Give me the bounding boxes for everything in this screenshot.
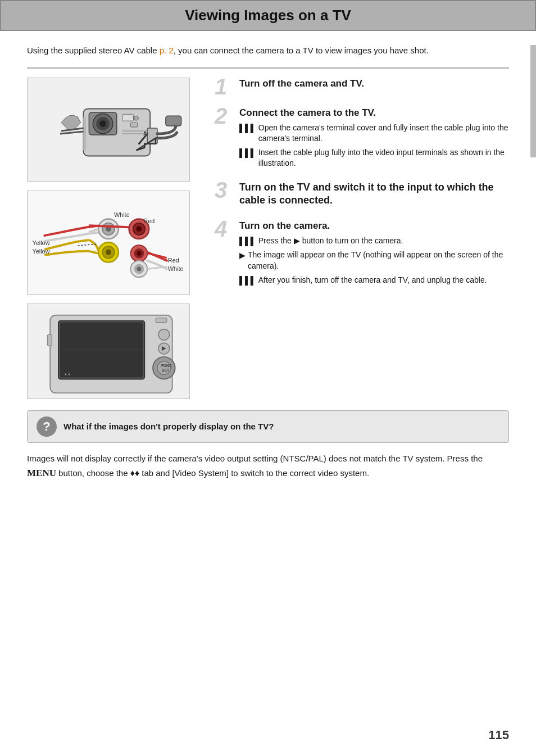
svg-point-15 — [134, 116, 139, 120]
svg-text:White: White — [114, 211, 130, 218]
svg-point-38 — [137, 251, 141, 255]
images-column: Yellow Yellow White Red Red White — [27, 78, 201, 399]
svg-rect-54 — [156, 318, 167, 322]
step-4-title: Turn on the camera. — [239, 220, 509, 232]
step-4: 4 Turn on the camera. ▌▌▌ Press the ▶ bu… — [215, 220, 509, 289]
step-2: 2 Connect the camera to the TV. ▌▌▌ Open… — [215, 107, 509, 172]
step-2-number: 2 — [215, 105, 235, 127]
svg-text:Yellow: Yellow — [32, 239, 49, 246]
info-box: ? What if the images don't properly disp… — [27, 410, 509, 443]
step-4-bullet-3: ▌▌▌ After you finish, turn off the camer… — [239, 275, 509, 287]
step-4-bullet-1: ▌▌▌ Press the ▶ button to turn on the ca… — [239, 236, 509, 247]
body-text-3: tab and [Video System] to switch to the … — [139, 468, 369, 478]
triple-bar-icon-4: ▌▌▌ — [239, 275, 256, 287]
camera-back-illustration: FUNC SET — [28, 304, 189, 399]
step-4-bullet-1-text: Press the ▶ button to turn on the camera… — [258, 236, 403, 247]
step-2-bullet-1: ▌▌▌ Open the camera's terminal cover and… — [239, 123, 509, 144]
svg-point-41 — [137, 266, 141, 271]
step-3-title: Turn on the TV and switch it to the inpu… — [239, 181, 509, 207]
body-text-2: button, choose the — [56, 468, 130, 478]
svg-text:SET: SET — [162, 368, 170, 372]
svg-point-25 — [136, 226, 142, 232]
intro-paragraph: Using the supplied stereo AV cable p. 2,… — [27, 44, 509, 57]
step-4-bullet-2-text: The image will appear on the TV (nothing… — [248, 250, 509, 271]
svg-rect-57 — [47, 334, 52, 346]
svg-text:Red: Red — [143, 218, 155, 224]
step-3: 3 Turn on the TV and switch it to the in… — [215, 181, 509, 211]
step-2-title: Connect the camera to the TV. — [239, 107, 509, 119]
step-1-title: Turn off the camera and TV. — [239, 78, 509, 90]
page-title: Viewing Images on a TV — [28, 7, 508, 24]
question-icon: ? — [37, 417, 57, 437]
step-2-content: Connect the camera to the TV. ▌▌▌ Open t… — [239, 107, 509, 172]
menu-label: MENU — [27, 468, 56, 478]
step-4-number: 4 — [215, 218, 235, 240]
title-bar: Viewing Images on a TV — [0, 0, 536, 31]
svg-rect-45 — [60, 322, 143, 377]
page-container: Viewing Images on a TV Using the supplie… — [0, 0, 536, 756]
svg-text:Yellow: Yellow — [32, 247, 49, 254]
svg-text:White: White — [168, 265, 184, 272]
step-1-content: Turn off the camera and TV. — [239, 78, 509, 93]
info-box-title: What if the images don't properly displa… — [63, 422, 274, 431]
arrow-icon-1: ▶ — [239, 250, 246, 261]
step-1-number: 1 — [215, 75, 235, 98]
section-divider — [27, 67, 509, 69]
steps-column: 1 Turn off the camera and TV. 2 Connect … — [215, 78, 509, 298]
triple-bar-icon-1: ▌▌▌ — [239, 123, 256, 134]
av-connectors-illustration: Yellow Yellow White Red Red White — [28, 191, 189, 294]
step-1: 1 Turn off the camera and TV. — [215, 78, 509, 98]
body-text-1: Images will not display correctly if the… — [27, 454, 483, 463]
tab-icon: ♦♦ — [130, 468, 139, 478]
av-connectors-image: Yellow Yellow White Red Red White — [27, 191, 190, 295]
svg-rect-16 — [131, 123, 138, 127]
camera-image-1 — [27, 78, 190, 182]
svg-text:Red: Red — [168, 256, 179, 263]
camera-av-illustration — [28, 78, 189, 181]
page-link[interactable]: p. 2 — [160, 46, 174, 55]
svg-point-28 — [106, 249, 111, 255]
triple-bar-icon-3: ▌▌▌ — [239, 236, 256, 247]
step-2-bullet-2-text: Insert the cable plug fully into the vid… — [258, 147, 509, 169]
step-2-bullet-1-text: Open the camera's terminal cover and ful… — [258, 123, 509, 144]
step-4-content: Turn on the camera. ▌▌▌ Press the ▶ butt… — [239, 220, 509, 289]
svg-point-5 — [99, 120, 106, 127]
sidebar-accent — [530, 45, 536, 157]
triple-bar-icon-2: ▌▌▌ — [239, 148, 256, 159]
step-3-content: Turn on the TV and switch it to the inpu… — [239, 181, 509, 211]
svg-text:FUNC: FUNC — [161, 363, 172, 367]
svg-point-47 — [158, 329, 170, 340]
body-paragraph: Images will not display correctly if the… — [27, 452, 509, 481]
step-4-bullet-2: ▶ The image will appear on the TV (nothi… — [239, 250, 509, 271]
step-2-bullet-2: ▌▌▌ Insert the cable plug fully into the… — [239, 147, 509, 169]
step-4-bullet-3-text: After you finish, turn off the camera an… — [258, 275, 487, 286]
svg-rect-6 — [122, 114, 134, 121]
step-3-number: 3 — [215, 179, 235, 201]
main-content: Yellow Yellow White Red Red White — [27, 78, 509, 399]
page-number: 115 — [488, 728, 509, 743]
svg-rect-8 — [166, 116, 181, 126]
camera-back-image: FUNC SET — [27, 304, 190, 399]
